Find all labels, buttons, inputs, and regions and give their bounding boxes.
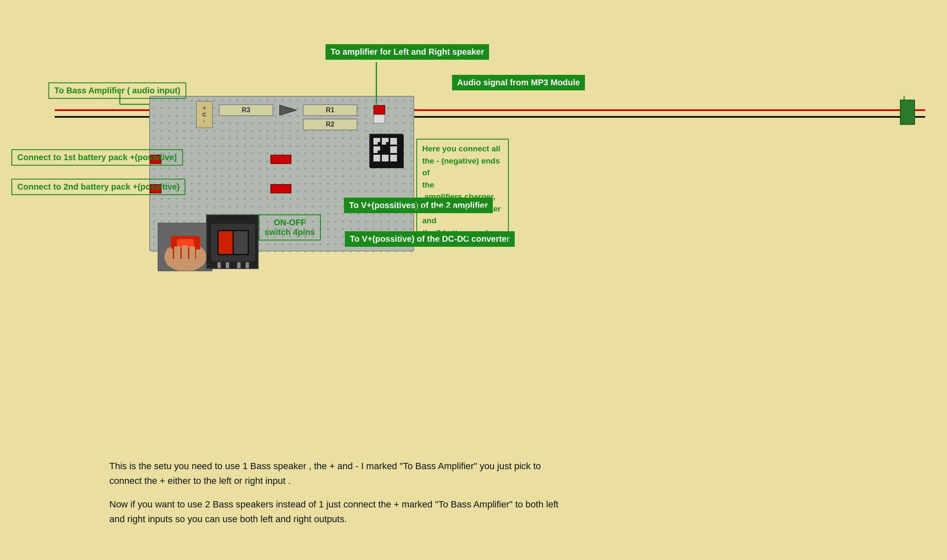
bass-amplifier-label: To Bass Amplifier ( audio input) [48, 82, 186, 99]
svg-rect-49 [237, 262, 241, 269]
r3-component: R3 [219, 104, 273, 116]
svg-rect-48 [226, 262, 229, 269]
bottom-text-2: Now if you want to use 2 Bass speakers i… [109, 497, 572, 526]
svg-rect-39 [182, 246, 188, 265]
battery1-output-connector [270, 155, 291, 164]
amplifier-lr-label: To amplifier for Left and Right speaker [325, 44, 489, 60]
svg-rect-31 [378, 151, 380, 153]
svg-rect-38 [174, 246, 180, 265]
bottom-text-1: This is the setu you need to use 1 Bass … [109, 459, 572, 488]
audio-signal-label: Audio signal from MP3 Module [452, 75, 585, 90]
svg-rect-26 [373, 155, 380, 161]
svg-rect-41 [196, 249, 201, 264]
negative-note-label: Here you connect allthe - (negative) end… [416, 139, 509, 243]
r2-component: R2 [303, 119, 357, 130]
svg-rect-32 [386, 151, 389, 153]
svg-rect-50 [246, 262, 249, 269]
switch-hand-image [158, 223, 212, 271]
svg-rect-27 [382, 155, 389, 161]
svg-rect-25 [390, 146, 397, 153]
negative-note-text: Here you connect allthe - (negative) end… [422, 144, 501, 237]
svg-rect-45 [219, 231, 233, 254]
svg-rect-22 [390, 138, 397, 145]
svg-rect-47 [217, 262, 221, 269]
bottom-text-area: This is the setu you need to use 1 Bass … [109, 459, 572, 535]
svg-rect-37 [167, 248, 173, 265]
r1-component: R1 [303, 104, 357, 116]
ic-chip [369, 134, 403, 167]
svg-rect-40 [189, 246, 195, 264]
svg-rect-28 [390, 155, 397, 161]
amplifier-output-connector-2 [373, 114, 385, 124]
switch-body-image [206, 214, 259, 269]
battery2-output-connector [270, 184, 291, 193]
on-off-text: ON-OFFswitch 4pins [265, 218, 315, 237]
svg-rect-46 [234, 231, 248, 254]
svg-rect-30 [386, 142, 389, 145]
svg-rect-29 [378, 142, 380, 145]
capacitor-component: +C- [196, 101, 213, 128]
battery1-label: Connect to 1st battery pack +(possitive) [11, 149, 183, 166]
svg-marker-18 [280, 105, 296, 115]
amplifier-output-connector [373, 105, 385, 114]
mp3-connector [900, 100, 915, 125]
battery2-label: Connect to 2nd battery pack +(possitive) [11, 179, 185, 195]
arrow-component [278, 103, 299, 117]
on-off-switch-label: ON-OFFswitch 4pins [259, 214, 321, 240]
